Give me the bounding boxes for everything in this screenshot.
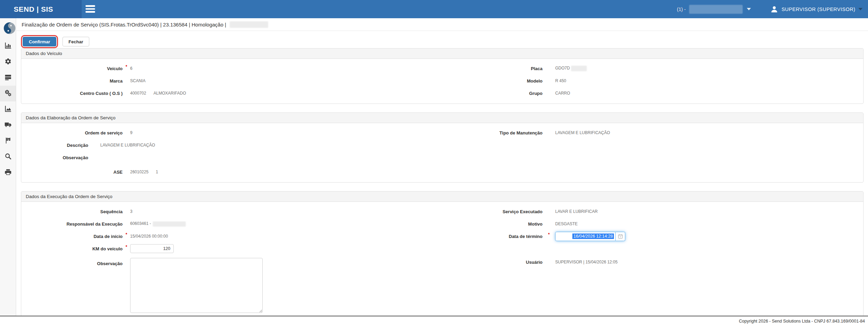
main-content: Finalização de Ordem de Serviço (SIS.Fro… <box>16 18 868 326</box>
toolbar: Confirmar Fechar <box>16 31 868 48</box>
motivo-label: Motivo <box>442 221 542 227</box>
sidebar-item-milestones[interactable] <box>0 133 16 149</box>
sidebar-item-maintenance[interactable] <box>0 86 16 101</box>
panel-vehicle: Dados do Veículo Veículo * 6 Marca SCANI… <box>21 48 864 104</box>
data-inicio-value: 15/04/2026 00:00:00 <box>130 234 168 239</box>
panel-elaboracao: Dados da Elaboração da Ordem de Serviço … <box>21 112 864 183</box>
redacted-responsavel <box>153 221 186 227</box>
placa-label: Placa <box>442 66 542 71</box>
km-label: KM do veículo <box>21 246 123 251</box>
centro-custo-label: Centro Custo ( O.S ) <box>21 91 123 96</box>
usuario-value: SUPERVISOR | 15/04/2026 12:05 <box>555 260 618 264</box>
servico-executado-value: LAVAR E LUBRIFICAR <box>555 209 598 214</box>
field-veiculo: Veículo * 6 <box>21 62 442 75</box>
observacao-execucao-label: Observação <box>21 258 123 266</box>
field-observacao-elaboracao: Observação <box>21 151 442 164</box>
grupo-label: Grupo <box>442 91 542 96</box>
app-brand: SEND | SIS <box>0 0 82 18</box>
confirm-annotation-ring: Confirmar <box>21 35 58 48</box>
area-chart-icon <box>4 105 12 114</box>
field-ase: ASE 26010225 1 <box>21 166 442 178</box>
close-button[interactable]: Fechar <box>62 37 90 46</box>
field-usuario: Usuário SUPERVISOR | 15/04/2026 12:05 <box>442 256 863 268</box>
km-input[interactable] <box>130 244 174 253</box>
top-bar: SEND | SIS (1) - SUPERVISOR (SUPERVISOR) <box>0 0 868 18</box>
footer: Copyright 2026 - Send Solutions Ltda - C… <box>0 316 868 326</box>
sidebar-item-fleet[interactable] <box>0 117 16 133</box>
required-marker: * <box>123 64 130 69</box>
sidebar-item-print[interactable] <box>0 165 16 181</box>
veiculo-label: Veículo <box>21 66 123 71</box>
server-stack-icon <box>4 74 12 82</box>
gear-icon <box>4 58 12 66</box>
ase-label: ASE <box>21 170 123 175</box>
environment-count: (1) - <box>677 7 686 12</box>
sidebar-item-analytics[interactable] <box>0 101 16 117</box>
marca-value: SCANIA <box>130 78 146 83</box>
calendar-button[interactable] <box>616 232 625 241</box>
marca-label: Marca <box>21 78 123 84</box>
bar-chart-icon <box>4 42 12 51</box>
field-placa: Placa GDO7D <box>442 62 863 75</box>
data-termino-input-group: 16/04/2026 12:14:28 <box>555 232 625 241</box>
veiculo-value: 6 <box>130 66 133 71</box>
page-title-bar: Finalização de Ordem de Serviço (SIS.Fro… <box>16 18 868 31</box>
observacao-textarea[interactable] <box>130 258 263 313</box>
panel-vehicle-title: Dados do Veículo <box>21 48 863 59</box>
tipo-manutencao-label: Tipo de Manutenção <box>442 130 542 135</box>
descricao-label: Descrição <box>21 143 88 148</box>
sidebar <box>0 18 16 326</box>
field-data-termino: Data de término * 16/04/2026 12:14:28 <box>442 230 863 242</box>
sidebar-item-reports[interactable] <box>0 38 16 54</box>
field-grupo: Grupo CARRO <box>442 87 863 99</box>
flag-checkered-icon <box>4 137 12 145</box>
data-termino-label: Data de término <box>442 234 542 239</box>
field-data-inicio: Data de início * 15/04/2026 00:00:00 <box>21 230 442 242</box>
responsavel-label: Responsável da Execução <box>21 221 123 227</box>
responsavel-value: 60603461 - <box>130 221 186 226</box>
data-termino-input[interactable]: 16/04/2026 12:14:28 <box>555 232 616 241</box>
field-responsavel: Responsável da Execução 60603461 - <box>21 218 442 230</box>
sidebar-item-settings[interactable] <box>0 54 16 70</box>
topbar-right: (1) - SUPERVISOR (SUPERVISOR) <box>677 0 863 18</box>
data-inicio-label: Data de início <box>21 234 123 239</box>
panel-execucao: Dados da Execução da Ordem de Serviço Se… <box>21 191 864 317</box>
field-tipo-manutencao: Tipo de Manutenção LAVAGEM E LUBRIFICAÇÃ… <box>442 127 863 139</box>
environment-dropdown[interactable] <box>689 5 743 14</box>
modelo-label: Modelo <box>442 78 542 84</box>
servico-executado-label: Serviço Executado <box>442 209 542 214</box>
motivo-value: DESGASTE <box>555 221 578 226</box>
usuario-label: Usuário <box>442 260 542 265</box>
modelo-value: R 450 <box>555 78 566 83</box>
field-modelo: Modelo R 450 <box>442 75 863 87</box>
field-km: KM do veículo * <box>21 242 442 255</box>
calendar-icon <box>618 234 623 239</box>
menu-hamburger-icon[interactable] <box>85 5 95 13</box>
centro-custo-value: 4000702 ALMOXARIFADO <box>130 91 186 96</box>
ordem-servico-label: Ordem de serviço <box>21 130 123 135</box>
app-logo[interactable] <box>0 18 16 38</box>
printer-icon <box>4 169 12 177</box>
confirm-button[interactable]: Confirmar <box>23 37 56 46</box>
redacted-title-text <box>230 21 268 28</box>
tipo-manutencao-value: LAVAGEM E LUBRIFICAÇÃO <box>555 130 610 135</box>
ordem-servico-value: 9 <box>130 130 133 135</box>
copyright-text: Copyright 2026 - Send Solutions Ltda - C… <box>739 319 865 324</box>
search-icon <box>4 153 12 161</box>
panel-execucao-title: Dados da Execução da Ordem de Serviço <box>21 192 863 202</box>
user-menu[interactable]: SUPERVISOR (SUPERVISOR) <box>781 7 855 12</box>
form-content: Dados do Veículo Veículo * 6 Marca SCANI… <box>16 48 868 317</box>
field-sequencia: Sequência 3 <box>21 205 442 218</box>
sidebar-item-records[interactable] <box>0 70 16 86</box>
field-marca: Marca SCANIA <box>21 75 442 87</box>
truck-icon <box>4 121 12 130</box>
user-chevron-down-icon[interactable] <box>858 8 863 10</box>
sidebar-item-search[interactable] <box>0 149 16 165</box>
field-servico-executado: Serviço Executado LAVAR E LUBRIFICAR <box>442 205 863 218</box>
field-descricao: Descrição LAVAGEM E LUBRIFICAÇÃO <box>21 139 442 151</box>
field-motivo: Motivo DESGASTE <box>442 218 863 230</box>
field-centro-custo: Centro Custo ( O.S ) 4000702 ALMOXARIFAD… <box>21 87 442 99</box>
chevron-down-icon[interactable] <box>747 8 751 10</box>
user-icon <box>770 5 778 13</box>
redacted-placa <box>571 66 587 71</box>
